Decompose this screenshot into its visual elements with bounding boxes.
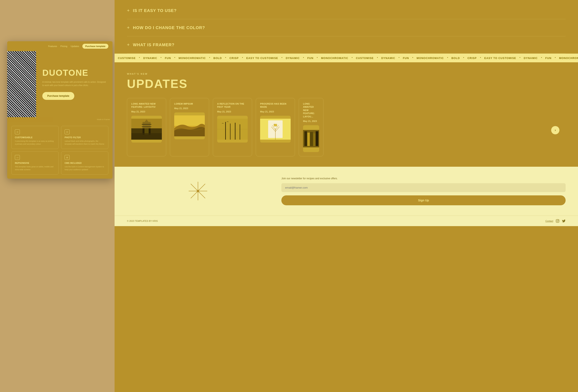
marquee-item-dup-2: DYNAMIC xyxy=(378,56,399,60)
faq-plus-icon-1: + xyxy=(127,8,130,13)
updates-section-title: UPDATES xyxy=(127,77,566,90)
feature-customisable-desc: Customising this template is as easy as … xyxy=(15,140,55,145)
svg-rect-29 xyxy=(304,131,307,146)
camera-icon: ⊡ xyxy=(65,129,70,134)
twitter-icon[interactable] xyxy=(562,219,566,223)
update-card-4-date: May 21, 2023 xyxy=(260,110,291,113)
feature-responsive-desc: This template looks great on tablet, mob… xyxy=(15,166,55,171)
nav-pricing-link[interactable]: Pricing xyxy=(60,45,67,47)
svg-rect-32 xyxy=(313,133,315,146)
update-card-3-title: A REFLECTION ON THE PAST YEAR xyxy=(217,102,248,109)
svg-rect-5 xyxy=(131,133,162,139)
feature-photo-filter: ⊡ PHOTO FILTER Upload black and white ph… xyxy=(61,126,108,149)
marquee-banner: CUSTOMISE ● DYNAMIC ● FUN ● MONOCHROMATI… xyxy=(115,54,578,62)
svg-rect-14 xyxy=(225,122,226,140)
update-card-4[interactable]: PROGRESS HAS BEEN MADE May 21, 2023 xyxy=(256,98,295,156)
newsletter-label: Join our newsletter for recipes and excl… xyxy=(281,177,566,180)
hero-subtitle: A minimal, two-tone template with promin… xyxy=(42,81,106,87)
feature-cms-title: CMS INCLUDED xyxy=(65,162,105,164)
nav-purchase-button[interactable]: Purchase template xyxy=(82,44,108,49)
svg-point-27 xyxy=(274,124,277,126)
nav-updates-link[interactable]: Updates xyxy=(71,45,79,47)
marquee-item-dup-9: FUN xyxy=(542,56,555,60)
feature-responsive-title: REPSONSIVE xyxy=(15,162,55,164)
feature-cms: ⊞ CMS INCLUDED Use the built in Content … xyxy=(61,151,108,174)
marquee-item-dup-3: FUN xyxy=(399,56,412,60)
update-card-1-title: LONG AWAITED NEW FEATURE: LAYOUTS! xyxy=(131,102,162,109)
marquee-item-dup-10: MONOCHROMATIC xyxy=(556,56,578,60)
updates-section-label: WHAT'S NEW xyxy=(127,73,566,75)
marquee-item-dup-8: DYNAMIC xyxy=(520,56,541,60)
svg-rect-33 xyxy=(316,131,318,146)
marquee-item-6: CRISP xyxy=(226,56,242,60)
marquee-item-4: MONOCHROMATIC xyxy=(175,56,209,60)
email-input[interactable] xyxy=(281,183,566,192)
feature-photo-title: PHOTO FILTER xyxy=(65,136,105,139)
updates-cards-list: LONG AWAITED NEW FEATURE: LAYOUTS! May 2… xyxy=(127,98,566,156)
hero-cta-button[interactable]: Purchase template xyxy=(42,92,74,100)
update-card-2[interactable]: LOREM IMPSUM May 21, 2023 xyxy=(170,98,209,156)
faq-question-2: HOW DO I CHANGE THE COLOR? xyxy=(133,25,205,30)
instagram-icon[interactable] xyxy=(556,219,559,223)
update-card-2-image xyxy=(174,112,205,139)
feature-cms-desc: Use the built in Content Management Syst… xyxy=(65,166,105,171)
faq-item-1[interactable]: + IS IT EASY TO USE? xyxy=(127,2,566,19)
footer-bottom-bar: © 2023 TEMPLATES BY KRIS Contact xyxy=(115,216,578,226)
marquee-item-5: BOLD xyxy=(210,56,225,60)
update-card-1[interactable]: LONG AWAITED NEW FEATURE: LAYOUTS! May 2… xyxy=(127,98,166,156)
faq-question-3: WHAT IS FRAMER? xyxy=(133,43,174,47)
settings-icon: ⊙ xyxy=(15,129,20,134)
right-panel: + IS IT EASY TO USE? + HOW DO I CHANGE T… xyxy=(115,0,578,392)
update-card-4-title: PROGRESS HAS BEEN MADE xyxy=(260,102,291,109)
star-logo-icon xyxy=(188,181,208,201)
marquee-item-dup-1: CUSTOMISE xyxy=(353,56,377,60)
signup-button[interactable]: Sign Up xyxy=(281,195,566,205)
copyright-text: © 2023 TEMPLATES BY KRIS xyxy=(127,220,158,222)
update-card-5-date: May 21, 2023 xyxy=(303,120,319,122)
card-navigation: Features Pricing Updates Purchase templa… xyxy=(7,41,112,51)
feature-customisable: ⊙ CUSTOMISABLE Customising this template… xyxy=(11,126,59,149)
footer-links-group: Contact xyxy=(545,219,566,223)
marquee-item-2: DYNAMIC xyxy=(140,56,161,60)
marquee-item-9: FUN xyxy=(304,56,317,60)
marquee-item-dup-5: BOLD xyxy=(448,56,463,60)
monitor-icon: ▭ xyxy=(15,155,20,160)
marquee-item-dup-6: CRISP xyxy=(464,56,480,60)
contact-link[interactable]: Contact xyxy=(545,220,553,222)
update-card-5-image xyxy=(303,125,319,152)
marquee-item-7: EASY TO CUSTOMISE xyxy=(243,56,281,60)
update-card-5-title: LONG AWAITED NEW FEATURE: LAYOU... xyxy=(303,102,319,118)
svg-point-41 xyxy=(558,220,559,220)
faq-item-3[interactable]: + WHAT IS FRAMER? xyxy=(127,36,566,53)
marquee-item-dup-7: EASY TO CUSTOMISE xyxy=(481,56,519,60)
hero-diagonal-pattern xyxy=(7,51,36,117)
svg-point-38 xyxy=(197,190,199,192)
faq-plus-icon-2: + xyxy=(127,25,130,30)
marquee-item-10: MONOCHROMATIC xyxy=(318,56,351,60)
updates-carousel-container: LONG AWAITED NEW FEATURE: LAYOUTS! May 2… xyxy=(127,98,566,156)
footer-newsletter-section: Join our newsletter for recipes and excl… xyxy=(115,167,578,216)
marquee-item-dup-4: MONOCHROMATIC xyxy=(413,56,447,60)
svg-point-40 xyxy=(557,220,558,222)
carousel-next-button[interactable]: › xyxy=(551,126,559,134)
database-icon: ⊞ xyxy=(65,155,70,160)
svg-rect-17 xyxy=(240,124,240,139)
update-card-3[interactable]: A REFLECTION ON THE PAST YEAR May 21, 20… xyxy=(213,98,252,156)
svg-rect-16 xyxy=(235,123,236,140)
features-grid: ⊙ CUSTOMISABLE Customising this template… xyxy=(7,122,112,179)
updates-section: WHAT'S NEW UPDATES LONG AWAITED NEW FEAT… xyxy=(115,62,578,167)
update-card-3-image xyxy=(217,116,248,143)
made-in-framer-label: Made in Framer xyxy=(7,117,112,122)
update-card-5[interactable]: LONG AWAITED NEW FEATURE: LAYOU... May 2… xyxy=(299,98,324,156)
hero-title: DUOTONE xyxy=(42,69,106,77)
faq-item-2[interactable]: + HOW DO I CHANGE THE COLOR? xyxy=(127,19,566,36)
svg-rect-15 xyxy=(230,124,230,140)
feature-responsive: ▭ REPSONSIVE This template looks great o… xyxy=(11,151,59,174)
svg-rect-30 xyxy=(307,133,310,146)
nav-features-link[interactable]: Features xyxy=(48,45,57,47)
marquee-track: CUSTOMISE ● DYNAMIC ● FUN ● MONOCHROMATI… xyxy=(115,56,578,60)
card-hero: DUOTONE A minimal, two-tone template wit… xyxy=(7,51,112,117)
hero-content: DUOTONE A minimal, two-tone template wit… xyxy=(36,51,112,117)
svg-rect-31 xyxy=(310,132,313,146)
footer-logo-area xyxy=(127,177,269,205)
